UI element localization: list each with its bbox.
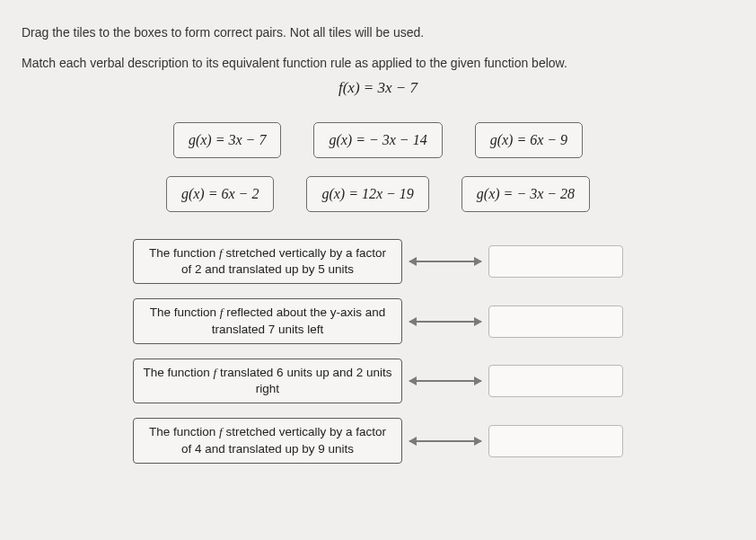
description-box-1: The function f stretched vertically by a… <box>133 239 402 284</box>
double-arrow-icon <box>409 380 481 382</box>
drop-zone-4[interactable] <box>488 425 623 457</box>
description-box-4: The function f stretched vertically by a… <box>133 418 402 463</box>
description-box-3: The function f translated 6 units up and… <box>133 359 402 403</box>
match-area: The function f stretched vertically by a… <box>22 239 734 464</box>
tile-1[interactable]: g(x) = 3x − 7 <box>173 122 281 158</box>
desc-text: The function <box>150 305 220 319</box>
drop-zone-3[interactable] <box>488 365 623 397</box>
tile-3[interactable]: g(x) = 6x − 9 <box>475 122 583 158</box>
match-row-2: The function f reflected about the y-axi… <box>133 298 623 343</box>
match-row-3: The function f translated 6 units up and… <box>133 359 623 403</box>
drop-zone-2[interactable] <box>488 305 623 338</box>
drop-zone-1[interactable] <box>488 245 623 278</box>
desc-text: The function <box>144 366 214 379</box>
instruction-text: Drag the tiles to the boxes to form corr… <box>22 25 734 40</box>
description-box-2: The function f reflected about the y-axi… <box>133 298 402 343</box>
match-row-4: The function f stretched vertically by a… <box>133 418 623 463</box>
desc-text: The function <box>149 425 219 438</box>
match-row-1: The function f stretched vertically by a… <box>133 239 623 284</box>
tile-2[interactable]: g(x) = − 3x − 14 <box>313 122 442 158</box>
double-arrow-icon <box>409 261 481 262</box>
desc-text: translated 6 units up and 2 units right <box>216 366 391 395</box>
desc-text: reflected about the y-axis and translate… <box>212 305 386 335</box>
tile-6[interactable]: g(x) = − 3x − 28 <box>462 176 590 212</box>
tiles-area: g(x) = 3x − 7 g(x) = − 3x − 14 g(x) = 6x… <box>22 122 734 212</box>
double-arrow-icon <box>409 321 481 323</box>
prompt-text: Match each verbal description to its equ… <box>22 56 734 70</box>
given-function: f(x) = 3x − 7 <box>22 79 734 97</box>
double-arrow-icon <box>409 440 481 442</box>
tiles-row-2: g(x) = 6x − 2 g(x) = 12x − 19 g(x) = − 3… <box>22 176 734 212</box>
tile-5[interactable]: g(x) = 12x − 19 <box>306 176 428 212</box>
tile-4[interactable]: g(x) = 6x − 2 <box>166 176 274 212</box>
tiles-row-1: g(x) = 3x − 7 g(x) = − 3x − 14 g(x) = 6x… <box>22 122 734 158</box>
desc-text: The function <box>149 246 219 260</box>
